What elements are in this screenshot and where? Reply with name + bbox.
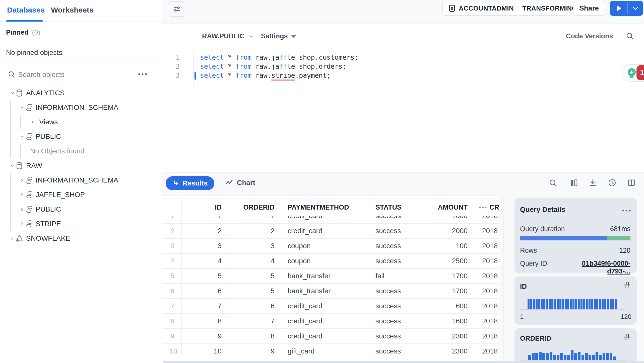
- histogram-bar: [607, 299, 609, 309]
- code-line-2[interactable]: select * from raw.jaffle_shop.orders;: [200, 62, 346, 71]
- results-history-icon[interactable]: [608, 178, 617, 187]
- table-row[interactable]: 444couponsuccess25002018: [163, 254, 499, 269]
- table-cell: 2018: [474, 314, 499, 328]
- row-number-cell: 3: [163, 239, 182, 253]
- table-row[interactable]: 111credit_cardsuccess10002018: [163, 216, 499, 224]
- table-cell: success: [369, 314, 419, 328]
- column-menu-icon[interactable]: [479, 205, 487, 211]
- histogram-bar: [535, 353, 538, 360]
- database-context-dropdown[interactable]: RAW.PUBLIC: [202, 32, 254, 40]
- table-row[interactable]: 776credit_cardsuccess6002018: [163, 299, 499, 314]
- snowflake-icon: [15, 234, 24, 243]
- code-line-3[interactable]: select * from raw.stripe.payment;: [200, 71, 331, 80]
- caret-down-icon: [291, 35, 296, 38]
- row-number-cell: 9: [163, 329, 182, 343]
- tree-item-information-schema[interactable]: INFORMATION_SCHEMA: [0, 100, 162, 115]
- results-columns-icon[interactable]: [569, 178, 578, 187]
- orderid-card-title: ORDERID: [520, 335, 551, 342]
- chevron-right-icon[interactable]: [19, 177, 25, 183]
- histogram-bar: [599, 355, 602, 360]
- histogram-bar: [546, 299, 548, 309]
- tree-item-label: JAFFLE_SHOP: [36, 191, 85, 199]
- database-icon: [15, 161, 24, 170]
- tree-item-snowflake[interactable]: SNOWFLAKE: [0, 231, 162, 246]
- chevron-right-icon[interactable]: [30, 119, 35, 125]
- tree-item-jaffle-shop[interactable]: JAFFLE_SHOP: [0, 188, 162, 202]
- filters-sliders-icon: [173, 5, 181, 13]
- tree-item-stripe[interactable]: STRIPE: [0, 217, 162, 231]
- chevron-right-icon[interactable]: [10, 236, 15, 241]
- run-button[interactable]: [610, 1, 643, 16]
- run-play-icon[interactable]: [614, 4, 623, 13]
- tab-chart[interactable]: Chart: [225, 178, 255, 187]
- column-header-paymentmethod[interactable]: PAYMENTMETHOD: [281, 199, 369, 216]
- tree-item-public[interactable]: PUBLIC: [0, 129, 162, 144]
- table-row[interactable]: 665bank_transfersuccess17002018: [163, 284, 499, 299]
- chevron-down-icon[interactable]: [10, 163, 15, 168]
- table-cell: 2018: [474, 344, 499, 357]
- results-search-icon[interactable]: [548, 178, 557, 187]
- chevron-down-icon[interactable]: [19, 105, 25, 110]
- tree-item-analytics[interactable]: ANALYTICS: [0, 86, 162, 100]
- column-header-created[interactable]: CREATED: [489, 199, 499, 216]
- results-split-panel-icon[interactable]: [627, 178, 636, 187]
- query-id-link[interactable]: 01b349f6-0000-d793-...: [560, 260, 630, 275]
- code-line-1[interactable]: select * from raw.jaffle_shop.customers;: [200, 53, 358, 62]
- assistant-hint-pill[interactable]: 1: [622, 64, 644, 82]
- editor-search-icon[interactable]: [625, 32, 634, 40]
- tree-item-views[interactable]: Views: [0, 115, 162, 129]
- run-dropdown-chevron-icon[interactable]: [631, 5, 639, 13]
- chevron-down-icon[interactable]: [10, 90, 15, 96]
- table-cell: 4: [182, 254, 228, 268]
- results-download-icon[interactable]: [588, 178, 597, 187]
- results-scrollbar-track[interactable]: [503, 198, 504, 359]
- table-row[interactable]: 887credit_cardsuccess16002018: [163, 314, 499, 329]
- column-header-orderid[interactable]: ORDERID: [228, 199, 281, 216]
- table-row[interactable]: 555bank_transferfail17002018: [163, 269, 499, 284]
- table-row-content: 111credit_cardsuccess10002018: [163, 216, 499, 223]
- tree-item-public[interactable]: PUBLIC: [0, 202, 162, 217]
- chevron-right-icon[interactable]: [19, 221, 25, 227]
- histogram-bar: [602, 299, 604, 309]
- context-role-selector[interactable]: ACCOUNTADMIN TRANSFORMING: [442, 1, 568, 16]
- histogram-bar: [564, 355, 566, 360]
- query-details-menu-icon[interactable]: [621, 207, 631, 214]
- table-row[interactable]: 333couponsuccess1002018: [163, 239, 499, 254]
- row-number-cell: 10: [163, 344, 182, 357]
- column-header-id[interactable]: ID: [182, 199, 228, 216]
- table-cell: 2500: [419, 254, 474, 268]
- row-number-cell: 1: [163, 216, 182, 223]
- column-header-status[interactable]: STATUS: [369, 199, 419, 216]
- tree-item-label: SNOWFLAKE: [26, 234, 70, 242]
- column-header-rownum[interactable]: [163, 199, 182, 216]
- table-cell: 2018: [474, 299, 499, 313]
- code-versions-link[interactable]: Code Versions: [566, 32, 613, 40]
- line-number: 3: [167, 71, 180, 80]
- column-header-amount[interactable]: AMOUNT: [419, 199, 474, 216]
- tree-item-label: INFORMATION_SCHEMA: [36, 104, 118, 112]
- horizontal-scrollbar-track[interactable]: [163, 361, 644, 363]
- tree-item-raw[interactable]: RAW: [0, 158, 162, 173]
- histogram-bar: [539, 352, 542, 360]
- share-button[interactable]: Share: [573, 1, 605, 16]
- tree-item-label: RAW: [26, 162, 42, 170]
- table-header-row: IDORDERIDPAYMENTMETHODSTATUSAMOUNTCREATE…: [163, 199, 499, 216]
- tree-item-information-schema[interactable]: INFORMATION_SCHEMA: [0, 173, 162, 188]
- tab-results[interactable]: Results: [166, 176, 214, 190]
- chevron-down-icon[interactable]: [19, 134, 25, 139]
- histogram-bar: [553, 355, 556, 360]
- table-cell: 2: [182, 224, 228, 238]
- chevron-right-icon[interactable]: [19, 207, 25, 212]
- table-row[interactable]: 222credit_cardsuccess20002018: [163, 224, 499, 239]
- table-row[interactable]: 10109gift_cardsuccess23002018: [163, 344, 499, 357]
- table-row[interactable]: 998credit_cardsuccess23002018: [163, 329, 499, 344]
- table-cell: 1700: [419, 284, 474, 298]
- settings-dropdown[interactable]: Settings: [261, 32, 296, 40]
- table-cell: success: [369, 216, 419, 223]
- table-cell: 1: [182, 216, 228, 223]
- table-cell: coupon: [281, 254, 369, 268]
- query-duration-label: Query duration: [520, 225, 565, 233]
- worksheet-filters-button[interactable]: [168, 1, 186, 17]
- table-cell: 1700: [419, 269, 474, 283]
- chevron-right-icon[interactable]: [19, 192, 25, 198]
